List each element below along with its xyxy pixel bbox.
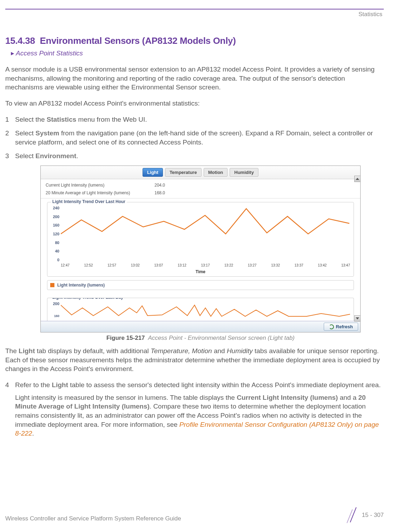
light-bold: Light xyxy=(19,347,35,355)
tab-bar: Light Temperature Motion Humidity xyxy=(41,166,360,179)
xtick: 12:47 xyxy=(61,263,70,267)
tab-light[interactable]: Light xyxy=(143,168,163,177)
ytick: 200 xyxy=(51,215,59,219)
breadcrumb[interactable]: ▸Access Point Statistics xyxy=(11,49,384,57)
triangle-up-icon xyxy=(356,178,359,180)
step-text: from the navigation pane (on the left-ha… xyxy=(15,129,373,146)
step-num: 4 xyxy=(5,381,9,390)
statistics-bold: Statistics xyxy=(47,116,76,123)
step-text: Refer to the xyxy=(15,381,52,389)
ytick: 200 xyxy=(51,302,59,306)
step-text: . xyxy=(76,152,78,160)
legend-swatch-icon xyxy=(50,283,54,287)
xtick: 13:17 xyxy=(201,263,210,267)
section-number: 15.4.38 xyxy=(5,35,35,46)
ytick: 120 xyxy=(51,232,59,236)
step-num: 3 xyxy=(5,151,9,161)
refresh-button[interactable]: Refresh xyxy=(324,323,358,331)
refresh-label: Refresh xyxy=(336,324,353,329)
scroll-up-button[interactable] xyxy=(354,176,361,182)
section-title: Environmental Sensors (AP8132 Models Onl… xyxy=(40,35,236,46)
chart-title: Light Intensity Trend Over Last Day xyxy=(51,298,125,300)
table-row: Current Light Intensity (lumens) 204.0 xyxy=(46,181,355,189)
ytick: 0 xyxy=(51,258,59,262)
step-1: 1 Select the Statistics menu from the We… xyxy=(5,115,384,124)
step-text: . xyxy=(32,430,34,437)
legend-label: Light Intensity (lumens) xyxy=(57,283,105,288)
chart-last-hour: Light Intensity Trend Over Last Hour 240… xyxy=(47,202,354,277)
metric-value: 168.0 xyxy=(154,190,183,195)
ytick: 80 xyxy=(51,241,59,245)
chart-legend: Light Intensity (lumens) xyxy=(47,280,354,290)
triangle-down-icon xyxy=(356,317,359,319)
step-text: Select xyxy=(15,152,35,160)
chart-plot xyxy=(61,302,350,318)
step-num: 2 xyxy=(5,129,9,138)
ytick: 240 xyxy=(51,206,59,210)
lead-in: To view an AP8132 model Access Point's e… xyxy=(5,99,384,108)
xtick: 13:42 xyxy=(318,263,327,267)
xtick: 13:32 xyxy=(271,263,280,267)
step-text: table to assess the sensor's detected li… xyxy=(68,381,381,389)
metric-label: 20 Minute Average of Light Intensity (lu… xyxy=(46,190,154,195)
tab-humidity[interactable]: Humidity xyxy=(230,168,258,177)
bottom-toolbar: Refresh xyxy=(41,321,360,332)
xtick: 13:02 xyxy=(131,263,140,267)
ytick: 40 xyxy=(51,249,59,253)
chart-plot xyxy=(61,206,350,262)
step-num: 1 xyxy=(5,115,9,124)
chart-title: Light Intensity Trend Over Last Hour xyxy=(51,199,127,204)
italic-text: Temperature, Motion xyxy=(151,347,212,355)
current-intensity-bold: Current Light Intensity (lumens) xyxy=(237,394,338,401)
step-text: Select the xyxy=(15,116,47,123)
light-tab-paragraph: The Light tab displays by default, with … xyxy=(5,346,384,373)
page-slash-icon xyxy=(347,508,358,522)
step-text: Light intensity is measured by the senso… xyxy=(15,394,237,401)
page-footer: Wireless Controller and Service Platform… xyxy=(5,508,384,522)
xtick: 12:57 xyxy=(107,263,116,267)
figure-label: Figure 15-217 xyxy=(106,335,145,341)
x-axis: 12:47 12:52 12:57 13:02 13:07 13:12 13:1… xyxy=(61,262,350,267)
x-axis-label: Time xyxy=(51,269,350,274)
environment-bold: Environment xyxy=(35,152,76,160)
intro-paragraph: A sensor module is a USB environmental s… xyxy=(5,65,384,92)
section-heading: 15.4.38 Environmental Sensors (AP8132 Mo… xyxy=(5,35,384,46)
y-axis: 240 200 160 120 80 40 0 xyxy=(51,206,61,262)
figure-caption-text: Access Point - Environmental Sensor scre… xyxy=(148,335,295,341)
scroll-down-button[interactable] xyxy=(354,315,361,322)
step-2: 2 Select System from the navigation pane… xyxy=(5,129,384,147)
screenshot-figure: Light Temperature Motion Humidity Curren… xyxy=(40,166,361,342)
xtick: 13:22 xyxy=(224,263,233,267)
header-category: Statistics xyxy=(5,11,384,18)
table-row: 20 Minute Average of Light Intensity (lu… xyxy=(46,189,355,197)
breadcrumb-arrow-icon: ▸ xyxy=(11,49,14,57)
xtick: 12:52 xyxy=(84,263,93,267)
footer-page: 15 - 307 xyxy=(347,508,384,522)
step-text: menu from the Web UI. xyxy=(76,116,147,123)
text: and xyxy=(212,347,227,355)
system-bold: System xyxy=(35,129,59,137)
xtick: 13:27 xyxy=(248,263,257,267)
metric-label: Current Light Intensity (lumens) xyxy=(46,183,154,188)
tab-motion[interactable]: Motion xyxy=(204,168,228,177)
italic-text: Humidity xyxy=(227,347,253,355)
tab-temperature[interactable]: Temperature xyxy=(165,168,202,177)
figure-caption: Figure 15-217 Access Point - Environment… xyxy=(40,335,361,342)
refresh-icon xyxy=(329,324,334,329)
chart-last-day: Light Intensity Trend Over Last Day 200 … xyxy=(47,298,354,321)
text: The xyxy=(5,347,19,355)
xtick: 13:12 xyxy=(178,263,186,267)
y-axis: 200 160 xyxy=(51,302,61,318)
ytick: 160 xyxy=(51,314,59,318)
breadcrumb-text: Access Point Statistics xyxy=(16,49,83,57)
screenshot-panel: Light Temperature Motion Humidity Curren… xyxy=(40,166,361,332)
top-rule xyxy=(5,9,384,9)
text: tab displays by default, with additional xyxy=(35,347,151,355)
metric-value: 204.0 xyxy=(154,183,183,188)
step-3: 3 Select Environment. xyxy=(5,151,384,161)
xtick: 13:47 xyxy=(341,263,350,267)
metric-table: Current Light Intensity (lumens) 204.0 2… xyxy=(41,179,360,198)
footer-doc-title: Wireless Controller and Service Platform… xyxy=(5,515,181,522)
xtick: 13:07 xyxy=(154,263,163,267)
light-bold: Light xyxy=(52,381,68,389)
